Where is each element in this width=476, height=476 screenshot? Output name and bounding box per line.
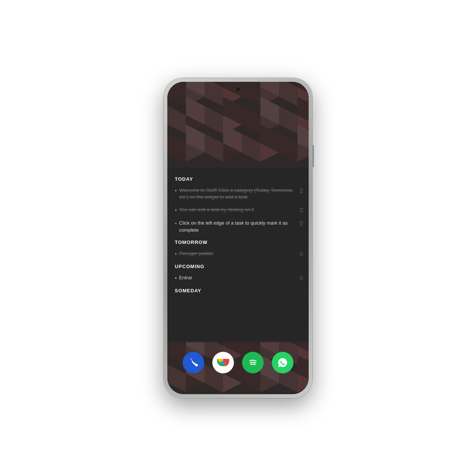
whatsapp-app-icon[interactable] — [272, 352, 293, 373]
list-item[interactable]: • Entrar — [167, 271, 309, 285]
list-item[interactable]: • Welcome to Stuff! Click a category (To… — [167, 184, 309, 203]
phone-screen: TODAY • Welcome to Stuff! Click a catego… — [167, 82, 309, 394]
list-item[interactable]: • Recoger pedido — [167, 247, 309, 261]
spotify-app-icon[interactable] — [242, 352, 264, 373]
camera-cutout — [236, 87, 240, 91]
drag-handle — [299, 274, 304, 282]
drag-handle — [299, 187, 304, 194]
list-item[interactable]: • You can edit a task by clicking on it — [167, 203, 309, 217]
section-header-someday: SOMEDAY — [167, 285, 309, 296]
task-bullet[interactable]: • — [175, 207, 177, 213]
section-header-upcoming: UPCOMING — [167, 261, 309, 271]
task-text: Recoger pedido — [179, 250, 296, 257]
widget-content: TODAY • Welcome to Stuff! Click a catego… — [167, 167, 309, 302]
drag-handle — [299, 206, 304, 214]
drag-handle — [299, 220, 304, 227]
task-bullet[interactable]: • — [175, 187, 177, 194]
wallpaper-top — [167, 82, 309, 169]
phone-app-icon[interactable] — [183, 352, 204, 373]
task-bullet[interactable]: • — [175, 251, 177, 257]
drag-handle — [299, 250, 304, 258]
task-text: You can edit a task by clicking on it — [179, 206, 296, 213]
task-text: Click on the left edge of a task to quic… — [179, 220, 296, 233]
phone-frame: TODAY • Welcome to Stuff! Click a catego… — [164, 78, 312, 398]
tasks-widget: TODAY • Welcome to Stuff! Click a catego… — [167, 167, 309, 342]
task-text: Entrar — [179, 274, 296, 281]
task-text: Welcome to Stuff! Click a category (Toda… — [179, 187, 296, 200]
list-item[interactable]: • Click on the left edge of a task to qu… — [167, 217, 309, 236]
section-header-today: TODAY — [167, 173, 309, 184]
task-bullet[interactable]: • — [175, 275, 177, 282]
dock-icons — [183, 352, 293, 373]
task-bullet[interactable]: • — [175, 220, 177, 227]
section-header-tomorrow: TOMORROW — [167, 237, 309, 247]
svg-point-63 — [221, 361, 225, 364]
chrome-app-icon[interactable] — [212, 352, 234, 373]
dock — [167, 342, 309, 394]
